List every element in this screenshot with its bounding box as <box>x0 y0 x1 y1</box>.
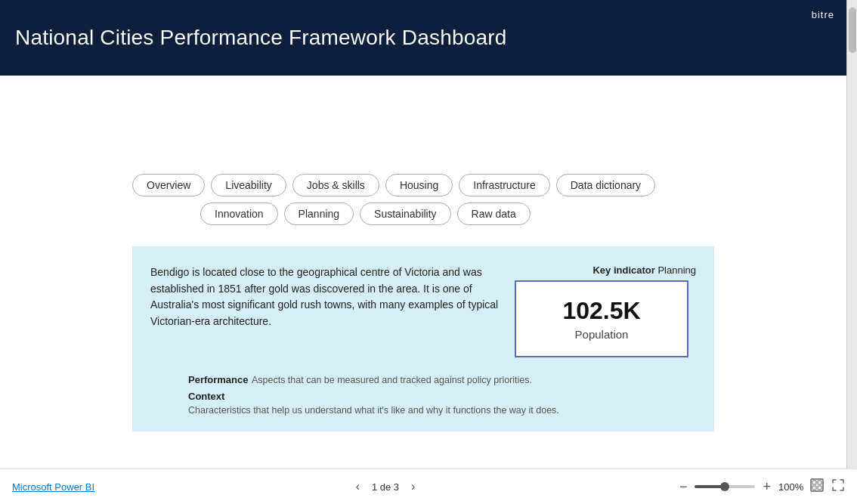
nav-row-2: Innovation Planning Sustainability Raw d… <box>132 203 846 225</box>
zoom-out-button[interactable]: − <box>676 479 691 495</box>
legend-performance-desc: Aspects that can be measured and tracked… <box>252 375 532 385</box>
powerbi-link[interactable]: Microsoft Power BI <box>12 481 94 493</box>
key-indicator-label-text: Planning <box>655 264 696 276</box>
nav-housing[interactable]: Housing <box>385 174 453 196</box>
key-indicator-value: 102.5K <box>524 297 679 325</box>
fit-page-icon[interactable] <box>810 478 824 495</box>
main-content: bitre National Cities Performance Framew… <box>0 0 846 468</box>
nav-overview[interactable]: Overview <box>132 174 205 196</box>
content-panel: Bendigo is located close to the geograph… <box>132 246 714 431</box>
legend-context-desc: Characteristics that help us understand … <box>188 405 559 416</box>
nav-liveability[interactable]: Liveability <box>211 174 286 196</box>
brand-label: bitre <box>812 9 834 20</box>
key-indicator-metric: Population <box>524 328 679 341</box>
pagination-next[interactable]: › <box>407 478 419 495</box>
bottom-bar: Microsoft Power BI ‹ 1 de 3 › − + 100% <box>0 468 857 504</box>
zoom-in-button[interactable]: + <box>760 479 774 495</box>
zoom-value: 100% <box>778 481 806 493</box>
legend-context-title: Context <box>188 391 224 402</box>
legend-context: Context Characteristics that help us und… <box>188 389 696 416</box>
zoom-slider[interactable] <box>695 485 755 488</box>
key-indicator-label-bold: Key indicator <box>592 264 654 276</box>
legend-area: Performance Aspects that can be measured… <box>150 373 696 416</box>
header: bitre National Cities Performance Framew… <box>0 0 846 76</box>
fullscreen-icon[interactable] <box>831 478 845 495</box>
zoom-slider-thumb[interactable] <box>720 482 729 491</box>
nav-data-dictionary[interactable]: Data dictionary <box>556 174 655 196</box>
svg-rect-2 <box>818 481 821 484</box>
nav-infrastructure[interactable]: Infrastructure <box>459 174 549 196</box>
pagination: ‹ 1 de 3 › <box>351 478 420 495</box>
city-description: Bendigo is located close to the geograph… <box>150 264 500 357</box>
key-indicator-label: Key indicator Planning <box>515 264 696 276</box>
nav-raw-data[interactable]: Raw data <box>457 203 531 225</box>
scrollbar[interactable] <box>846 0 857 468</box>
nav-row-1: Overview Liveability Jobs & skills Housi… <box>132 174 846 196</box>
legend-performance-title: Performance <box>188 374 248 385</box>
legend-performance: Performance Aspects that can be measured… <box>188 373 696 386</box>
nav-jobs-skills[interactable]: Jobs & skills <box>292 174 379 196</box>
key-indicator-box: 102.5K Population <box>515 280 688 357</box>
svg-rect-3 <box>812 486 816 490</box>
pagination-prev[interactable]: ‹ <box>351 478 364 495</box>
zoom-controls: − + 100% <box>676 478 845 495</box>
nav-planning[interactable]: Planning <box>284 203 354 225</box>
pagination-text: 1 de 3 <box>372 481 399 493</box>
nav-area: Overview Liveability Jobs & skills Housi… <box>0 174 846 239</box>
page-title: National Cities Performance Framework Da… <box>15 26 507 50</box>
scrollbar-thumb[interactable] <box>849 8 856 53</box>
svg-rect-1 <box>812 481 816 484</box>
spacer <box>0 76 846 174</box>
key-indicator-block: Key indicator Planning 102.5K Population <box>515 264 696 357</box>
svg-rect-4 <box>818 486 821 490</box>
bottom-icons <box>810 478 845 495</box>
nav-innovation[interactable]: Innovation <box>200 203 278 225</box>
nav-sustainability[interactable]: Sustainability <box>360 203 451 225</box>
content-panel-inner: Bendigo is located close to the geograph… <box>150 264 696 357</box>
